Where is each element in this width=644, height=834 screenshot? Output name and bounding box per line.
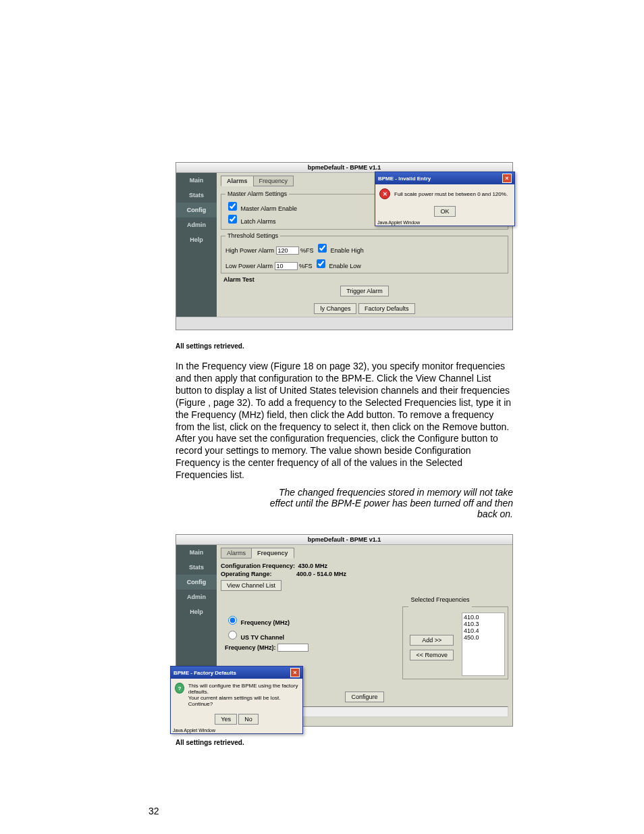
factory-defaults-title: BPME - Factory Defaults [173,670,236,676]
enable-low-label: Enable Low [329,263,361,269]
main-content-alarms: Alarms Frequency Master Alarm Settings M… [217,173,512,317]
us-tv-channel-label: US TV Channel [241,634,285,641]
low-power-input[interactable] [275,262,298,270]
alarm-test-label: Alarm Test [223,276,508,283]
op-range-label: Operating Range: [221,571,272,577]
add-button[interactable]: Add >> [410,635,454,646]
trigger-alarm-button[interactable]: Trigger Alarm [340,286,389,296]
us-tv-channel-radio[interactable] [228,631,237,640]
tab-frequency[interactable]: Frequency [251,548,294,558]
fd-line2: Your current alarm settings will be lost… [188,695,298,701]
threshold-fieldset: Threshold Settings High Power Alarm %FS … [221,232,508,273]
selected-frequencies-legend: Selected Frequencies [408,596,471,603]
remove-button[interactable]: << Remove [410,650,454,660]
body-paragraph: In the Frequency view (Figure 18 on page… [176,361,513,481]
sidebar-item-admin[interactable]: Admin [176,590,217,604]
list-item[interactable]: 450.0 [464,634,503,641]
question-icon: ? [175,683,184,694]
config-freq-label: Configuration Frequency: [221,563,295,569]
invalid-entry-message: Full scale power must be between 0 and 1… [394,191,508,197]
invalid-entry-title: BPME - Invalid Entry [378,176,431,182]
apply-changes-button[interactable]: ly Changes [314,303,356,314]
low-power-unit: %FS [299,263,313,269]
frequency-input[interactable] [277,644,308,652]
factory-defaults-dialog: BPME - Factory Defaults × ? This will co… [170,666,303,734]
op-range-value: 400.0 - 514.0 MHz [296,571,346,577]
high-power-label: High Power Alarm [225,247,274,254]
list-item[interactable]: 410.3 [464,621,503,627]
close-icon[interactable]: × [290,668,300,677]
latch-alarms-checkbox[interactable] [228,215,237,224]
fd-line3: Continue? [188,701,298,707]
master-alarm-legend: Master Alarm Settings [225,190,289,197]
enable-low-checkbox[interactable] [317,259,325,268]
status-line: All settings retrieved. [176,338,513,351]
tab-alarms[interactable]: Alarms [221,176,254,186]
sidebar-item-help[interactable]: Help [176,232,217,247]
sidebar-item-stats[interactable]: Stats [176,560,217,575]
sidebar: Main Stats Config Admin Help [176,173,217,317]
close-icon[interactable]: × [502,174,512,183]
tab-alarms[interactable]: Alarms [221,548,252,558]
invalid-entry-dialog: BPME - Invalid Entry × ✕ Full scale powe… [375,172,515,226]
latch-alarms-label: Latch Alarms [241,218,276,225]
enable-high-checkbox[interactable] [318,244,327,253]
sidebar-item-help[interactable]: Help [176,604,217,619]
low-power-label: Low Power Alarm [225,263,273,269]
window-title: bpmeDefault - BPME v1.1 [176,535,512,545]
sidebar-item-config[interactable]: Config [176,203,217,217]
sidebar-item-stats[interactable]: Stats [176,188,217,203]
master-alarm-enable-label: Master Alarm Enable [241,205,298,212]
frequency-list[interactable]: 410.0 410.3 410.4 450.0 [462,613,505,676]
frequency-mhz-label: Frequency (MHz) [241,619,290,626]
high-power-input[interactable] [276,246,299,255]
frequency-mhz-radio[interactable] [228,616,237,625]
sidebar-item-config[interactable]: Config [176,575,217,590]
app-window-alarms: bpmeDefault - BPME v1.1 Main Stats Confi… [176,162,513,330]
no-button[interactable]: No [238,714,259,725]
sidebar-item-main[interactable]: Main [176,173,217,188]
frequency-field-label: Frequency (MHz): [225,644,276,651]
factory-defaults-button[interactable]: Factory Defaults [358,303,415,314]
applet-footer: Java Applet Window [171,727,302,733]
list-item[interactable]: 410.4 [464,627,503,634]
note-text: The changed frequencies stored in memory… [176,487,513,519]
sidebar-item-main[interactable]: Main [176,545,217,560]
master-alarm-enable-checkbox[interactable] [228,202,237,211]
threshold-legend: Threshold Settings [225,232,280,239]
fd-line1: This will configure the BPME using the f… [188,683,298,695]
selected-frequencies-fieldset: Selected Frequencies Add >> << Remove 41… [402,603,508,679]
configure-button[interactable]: Configure [345,692,383,702]
enable-high-label: Enable High [331,247,364,254]
ok-button[interactable]: OK [434,206,455,217]
tab-frequency[interactable]: Frequency [253,176,294,186]
applet-footer: Java Applet Window [375,219,514,226]
yes-button[interactable]: Yes [215,714,237,725]
page-number: 32 [149,806,159,816]
list-item[interactable]: 410.0 [464,614,503,621]
high-power-unit: %FS [300,247,314,254]
config-freq-value: 430.0 MHz [298,563,328,569]
sidebar-item-admin[interactable]: Admin [176,217,217,232]
error-icon: ✕ [379,188,390,199]
view-channel-list-button[interactable]: View Channel List [221,580,281,591]
status-line: All settings retrieved. [176,735,513,748]
